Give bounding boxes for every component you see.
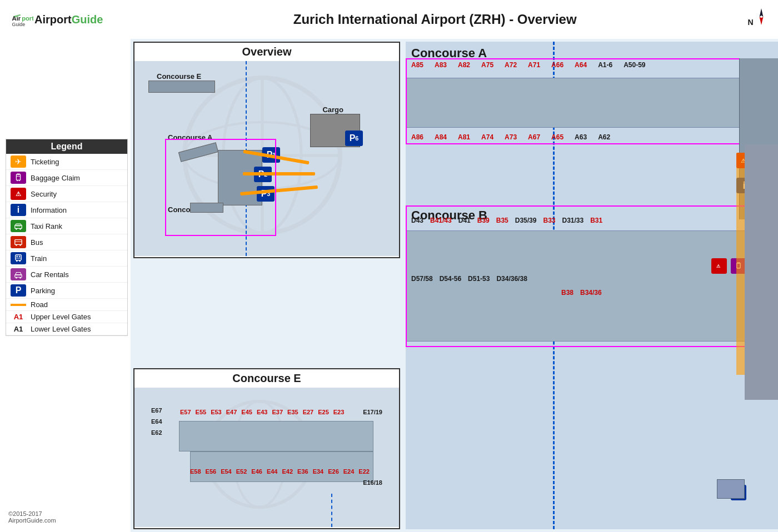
ov-concourse-e-arm [148,81,215,93]
gate-d35-39: D35/39 [515,217,537,224]
road-line-icon [11,304,26,306]
gate-e45: E45 [241,409,252,415]
gate-e46: E46 [251,468,262,475]
legend-upper-label: Upper Level Gates [31,313,91,321]
ce-lower-gates-row: E58 E56 E54 E52 E46 E44 E42 E36 E34 E26 … [190,468,370,475]
map-area: Overview Concourse E Concourse A Concour… [131,39,778,532]
logo-airport: Airport [34,13,72,26]
gate-e1719: E17/19 [363,409,382,415]
gate-d54-56: D54-56 [440,275,461,283]
copyright: ©2015-2017AirportGuide.com [8,510,56,524]
north-label: N [747,18,753,27]
page-title-area: Zurich International Airport (ZRH) - Ove… [103,12,767,27]
legend-security-label: Security [31,190,57,198]
gate-a64: A64 [575,61,587,69]
gate-e36: E36 [297,468,308,475]
gate-a50-59: A50-59 [624,61,645,69]
gate-e62: E62 [151,429,162,436]
ov-concourse-e-label: Concourse E [157,72,201,81]
concourse-a-label: Concourse A [411,46,487,61]
gate-e42: E42 [282,468,293,475]
svg-point-18 [19,244,21,246]
legend-baggage: Baggage Claim [6,170,127,186]
svg-text:⚠: ⚠ [716,264,721,269]
gate-e56: E56 [206,468,217,475]
legend-parking-label: Parking [31,287,55,295]
gate-e47: E47 [226,409,237,415]
gate-a82: A82 [458,61,470,69]
upper-gate-icon: A1 [11,313,26,321]
concourse-e-box: Concourse E E67 E64 E62 E57 E55 E53 E47 … [133,368,400,529]
gate-e1618: E16/18 [363,479,382,486]
gate-e22: E22 [358,468,370,475]
svg-marker-3 [760,8,764,17]
svg-point-17 [16,244,17,246]
concourse-b-upper-gates: D43 B41/43 D41 B39 B35 D35/39 B33 D31/33… [411,217,602,224]
gate-e26: E26 [328,468,339,475]
security-b-icon: ⚠ [711,258,727,274]
gate-e55: E55 [196,409,207,415]
gate-b38: B38 [561,289,573,297]
svg-point-26 [16,277,17,279]
security-icon: ⚠ [11,188,26,200]
legend-road: Road [6,299,127,311]
train-icon [11,252,26,264]
svg-point-9 [19,180,20,181]
svg-point-24 [19,260,21,262]
svg-text:port: port [22,15,33,22]
legend-carrentals-label: Car Rentals [31,270,69,279]
train-station [717,479,745,499]
svg-marker-4 [760,17,764,25]
bus-icon [11,236,26,248]
concourse-b-lower-gates-2: B38 B34/36 [561,289,602,297]
legend-lower-label: Lower Level Gates [31,325,91,333]
svg-rect-15 [15,240,22,245]
gate-e43: E43 [257,409,268,415]
gate-a71: A71 [528,61,540,69]
gate-b33: B33 [543,217,555,224]
gate-e54: E54 [221,468,232,475]
legend-upper-gates: A1 Upper Level Gates [6,311,127,323]
gate-d57-58: D57/58 [411,275,433,283]
ce-arm-upper [179,421,373,451]
terminal-right-body [745,144,778,400]
concourse-b-body [406,230,778,342]
concourse-e-title: Concourse E [134,369,399,388]
logo-icon: Air port Guide [11,11,33,28]
gate-a86: A86 [411,133,423,141]
ce-arm-lower [190,451,373,482]
svg-rect-25 [15,275,22,277]
ov-pink-border [165,139,276,236]
gate-e67: E67 [151,407,162,414]
information-icon: i [11,204,26,216]
legend-train: Train [6,250,127,267]
gate-e52: E52 [236,468,247,475]
legend-lower-gates: A1 Lower Level Gates [6,323,127,335]
legend-carrentals: Car Rentals [6,267,127,283]
legend-baggage-label: Baggage Claim [31,174,80,182]
gate-e27: E27 [303,409,314,415]
gate-a1-6: A1-6 [598,61,612,69]
legend-information: i Information [6,202,127,218]
gate-e23: E23 [333,409,345,415]
svg-rect-19 [16,255,22,260]
gate-e53: E53 [211,409,222,415]
gate-e34: E34 [313,468,324,475]
gate-d34-36-38: D34/36/38 [496,275,527,283]
copyright-text: ©2015-2017AirportGuide.com [8,510,56,524]
page-title: Zurich International Airport (ZRH) - Ove… [103,12,767,27]
ov-parking-p6: P6 [345,131,363,146]
gate-d43: D43 [411,217,423,224]
svg-point-14 [19,228,21,230]
gate-a84: A84 [435,133,447,141]
gate-a72: A72 [505,61,517,69]
svg-rect-21 [19,256,21,258]
gate-e64: E64 [151,418,162,425]
legend-parking: P Parking [6,283,127,299]
legend-taxi: Taxi Rank [6,218,127,234]
gate-e35: E35 [287,409,298,415]
gate-b39: B39 [477,217,490,224]
gate-d41: D41 [458,217,471,224]
main-concourse: Concourse A A85 A83 A82 A75 A72 A71 A66 … [406,42,778,529]
gate-b35: B35 [496,217,508,224]
